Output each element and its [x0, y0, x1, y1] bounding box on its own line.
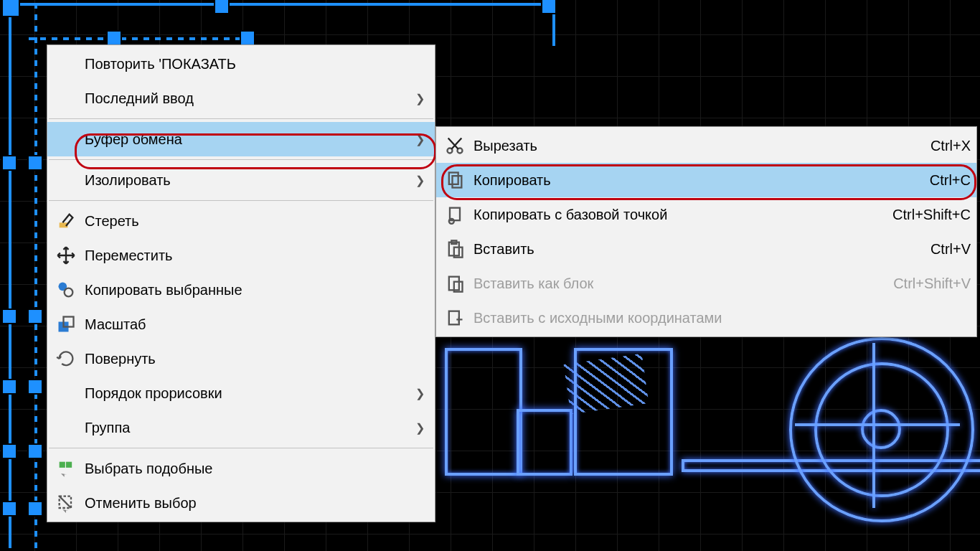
- svg-point-2: [65, 288, 73, 297]
- submenu-item-copy[interactable]: Копировать Ctrl+C: [436, 163, 976, 197]
- menu-item-scale[interactable]: Масштаб: [47, 307, 435, 342]
- menu-item-repeat[interactable]: Повторить 'ПОКАЗАТЬ: [47, 47, 435, 81]
- menu-label: Последний ввод: [85, 90, 403, 107]
- menu-item-isolate[interactable]: Изолировать ❯: [47, 163, 435, 197]
- menu-item-rotate[interactable]: Повернуть: [47, 342, 435, 376]
- erase-icon: [47, 211, 85, 231]
- menu-label: Отменить выбор: [85, 495, 429, 512]
- menu-label: Повторить 'ПОКАЗАТЬ: [85, 56, 429, 72]
- paste-block-icon: [436, 273, 473, 293]
- submenu-label: Копировать с базовой точкой: [473, 207, 864, 223]
- menu-label: Масштаб: [85, 316, 429, 333]
- submenu-item-paste-block: Вставить как блок Ctrl+Shift+V: [436, 266, 976, 301]
- menu-label: Повернуть: [85, 351, 429, 367]
- clipboard-submenu[interactable]: Вырезать Ctrl+X Копировать Ctrl+C Копиро…: [435, 126, 977, 337]
- menu-label: Переместить: [85, 248, 429, 264]
- context-menu[interactable]: Повторить 'ПОКАЗАТЬ Последний ввод ❯ Буф…: [47, 44, 435, 522]
- menu-separator: [49, 118, 433, 119]
- menu-separator: [49, 448, 433, 448]
- submenu-item-paste-original-coords: Вставить с исходными координатами: [436, 301, 976, 335]
- submenu-label: Вставить: [473, 241, 902, 258]
- submenu-shortcut: Ctrl+V: [902, 241, 971, 258]
- cut-icon: [436, 136, 473, 156]
- menu-label: Порядок прорисовки: [85, 385, 403, 402]
- chevron-right-icon: ❯: [403, 421, 429, 435]
- menu-item-clipboard[interactable]: Буфер обмена ❯: [47, 122, 435, 156]
- menu-label: Выбрать подобные: [85, 461, 429, 477]
- submenu-item-copy-basepoint[interactable]: Копировать с базовой точкой Ctrl+Shift+C: [436, 197, 976, 232]
- svg-rect-6: [66, 462, 72, 468]
- menu-separator: [49, 159, 433, 160]
- deselect-icon: [47, 493, 85, 513]
- submenu-label: Копировать: [473, 172, 901, 189]
- menu-item-move[interactable]: Переместить: [47, 238, 435, 273]
- submenu-item-paste[interactable]: Вставить Ctrl+V: [436, 232, 976, 266]
- chevron-right-icon: ❯: [403, 387, 429, 400]
- menu-item-copy-selected[interactable]: Копировать выбранные: [47, 273, 435, 307]
- menu-label: Стереть: [85, 213, 429, 230]
- svg-rect-11: [453, 176, 462, 187]
- chevron-right-icon: ❯: [403, 174, 429, 187]
- copy-icon: [436, 170, 473, 190]
- select-similar-icon: [47, 458, 85, 479]
- chevron-right-icon: ❯: [403, 92, 429, 105]
- menu-label: Буфер обмена: [85, 131, 403, 148]
- scale-icon: [47, 314, 85, 334]
- paste-icon: [436, 239, 473, 259]
- menu-label: Изолировать: [85, 172, 403, 189]
- submenu-item-cut[interactable]: Вырезать Ctrl+X: [436, 128, 976, 163]
- menu-item-erase[interactable]: Стереть: [47, 204, 435, 238]
- svg-point-13: [449, 219, 454, 224]
- svg-rect-10: [449, 173, 458, 184]
- submenu-shortcut: Ctrl+Shift+V: [864, 276, 971, 292]
- submenu-shortcut: Ctrl+Shift+C: [864, 207, 971, 223]
- chevron-right-icon: ❯: [403, 133, 429, 146]
- rotate-icon: [47, 349, 85, 369]
- svg-rect-5: [60, 462, 65, 468]
- svg-rect-19: [449, 311, 459, 325]
- submenu-shortcut: Ctrl+X: [902, 138, 971, 154]
- menu-item-group[interactable]: Группа ❯: [47, 410, 435, 445]
- submenu-label: Вырезать: [473, 138, 902, 154]
- menu-item-draw-order[interactable]: Порядок прорисовки ❯: [47, 376, 435, 410]
- menu-label: Группа: [85, 420, 403, 436]
- move-icon: [47, 245, 85, 265]
- copy-basepoint-icon: [436, 204, 473, 225]
- paste-coords-icon: [436, 308, 473, 328]
- submenu-label: Вставить как блок: [473, 276, 864, 292]
- submenu-label: Вставить с исходными координатами: [473, 310, 942, 326]
- menu-label: Копировать выбранные: [85, 282, 429, 298]
- menu-item-select-similar[interactable]: Выбрать подобные: [47, 451, 435, 486]
- menu-item-last-input[interactable]: Последний ввод ❯: [47, 81, 435, 116]
- submenu-shortcut: Ctrl+C: [901, 172, 971, 189]
- menu-item-deselect[interactable]: Отменить выбор: [47, 486, 435, 520]
- menu-separator: [49, 200, 433, 201]
- copy-selected-icon: [47, 280, 85, 300]
